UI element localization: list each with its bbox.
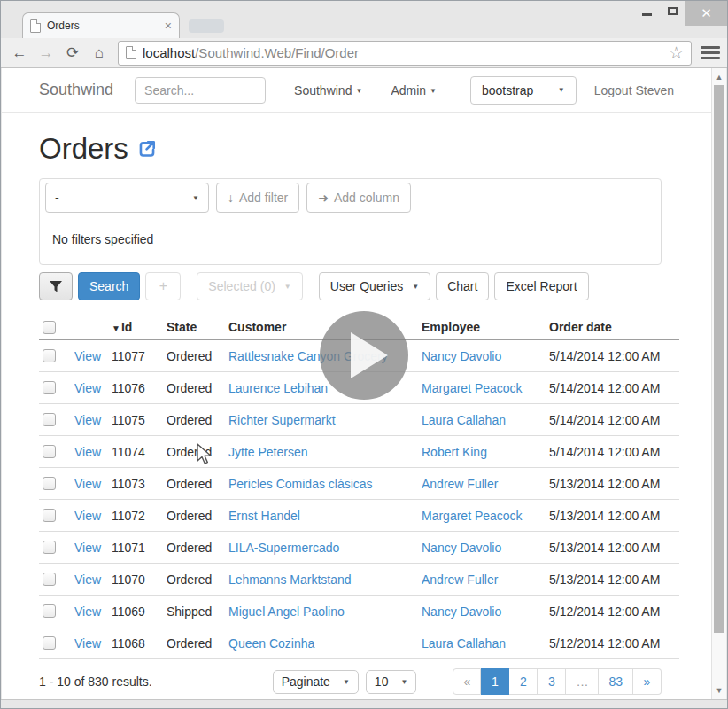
view-link[interactable]: View (74, 445, 101, 459)
view-link[interactable]: View (74, 477, 101, 491)
header-order-date[interactable]: Order date (546, 315, 679, 340)
user-queries-dropdown[interactable]: User Queries▼ (319, 272, 430, 300)
header-id[interactable]: ▼Id (108, 315, 163, 340)
chart-button[interactable]: Chart (436, 272, 489, 300)
customer-link[interactable]: Queen Cozinha (228, 636, 314, 651)
selected-dropdown[interactable]: Selected (0)▼ (197, 272, 302, 300)
customer-link[interactable]: Richter Supermarkt (228, 413, 336, 427)
add-column-button[interactable]: ➜ Add column (306, 183, 411, 213)
header-employee[interactable]: Employee (418, 315, 546, 340)
home-icon[interactable]: ⌂ (88, 42, 111, 65)
filter-toggle-button[interactable] (39, 272, 73, 300)
scrollbar-thumb[interactable] (714, 85, 724, 633)
employee-link[interactable]: Andrew Fuller (422, 573, 498, 587)
logout-link[interactable]: Logout Steven (594, 83, 674, 97)
new-tab-button[interactable] (189, 19, 224, 33)
cell-state: Ordered (163, 500, 225, 532)
page-size-select[interactable]: 10▼ (366, 670, 417, 694)
customer-link[interactable]: Pericles Comidas clásicas (228, 477, 373, 491)
address-bar[interactable]: localhost/Southwind.Web/Find/Order ☆ (118, 41, 692, 66)
chevron-down-icon: ▼ (558, 86, 565, 94)
customer-link[interactable]: Laurence Lebihan (228, 381, 328, 395)
row-checkbox[interactable] (43, 604, 56, 618)
paginate-mode-select[interactable]: Paginate▼ (273, 670, 359, 694)
page-1[interactable]: 1 (481, 668, 509, 695)
menu-southwind[interactable]: Southwind▼ (294, 83, 362, 97)
cell-order-date: 5/12/2014 12:00 AM (546, 596, 679, 627)
employee-link[interactable]: Robert King (422, 445, 487, 459)
view-link[interactable]: View (74, 604, 101, 619)
header-select-all[interactable] (39, 315, 71, 340)
employee-link[interactable]: Nancy Davolio (422, 604, 501, 619)
create-button[interactable]: + (145, 272, 181, 300)
reload-icon[interactable]: ⟳ (61, 42, 84, 65)
customer-link[interactable]: Lehmanns Marktstand (228, 573, 352, 587)
customer-link[interactable]: Ernst Handel (228, 509, 300, 523)
browser-toolbar: ← → ⟳ ⌂ localhost/Southwind.Web/Find/Ord… (1, 38, 727, 68)
view-link[interactable]: View (74, 541, 101, 555)
scroll-down-icon[interactable]: ▼ (712, 683, 726, 697)
row-checkbox[interactable] (43, 413, 56, 426)
employee-link[interactable]: Nancy Davolio (422, 349, 501, 363)
cell-order-date: 5/14/2014 12:00 AM (546, 340, 679, 372)
forward-icon[interactable]: → (35, 42, 58, 65)
employee-link[interactable]: Margaret Peacock (422, 381, 523, 395)
row-checkbox[interactable] (43, 381, 56, 394)
maximize-button[interactable] (660, 1, 685, 20)
cell-state: Ordered (163, 468, 225, 500)
play-button[interactable] (320, 311, 408, 400)
close-button[interactable]: ✕ (685, 1, 727, 26)
view-link[interactable]: View (74, 573, 101, 587)
theme-select[interactable]: bootstrap▼ (470, 76, 577, 105)
filter-field-select[interactable]: -▼ (45, 183, 209, 213)
main-container: Orders -▼ ↓ Add filter (2, 132, 711, 695)
row-checkbox[interactable] (43, 349, 56, 362)
arrow-right-icon: ➜ (318, 191, 329, 205)
search-button[interactable]: Search (78, 272, 140, 300)
employee-link[interactable]: Andrew Fuller (422, 477, 498, 491)
scroll-up-icon[interactable]: ▲ (712, 70, 726, 84)
view-link[interactable]: View (74, 636, 101, 651)
customer-link[interactable]: Miguel Angel Paolino (228, 604, 345, 619)
row-checkbox[interactable] (43, 636, 56, 650)
row-checkbox[interactable] (43, 573, 56, 586)
employee-link[interactable]: Nancy Davolio (422, 541, 501, 555)
employee-link[interactable]: Margaret Peacock (422, 509, 523, 523)
page-scrollbar[interactable]: ▲ ▼ (711, 68, 726, 699)
view-link[interactable]: View (74, 413, 101, 427)
view-link[interactable]: View (74, 381, 101, 395)
select-all-checkbox[interactable] (43, 321, 56, 334)
table-row: View 11073 Ordered Pericles Comidas clás… (39, 468, 679, 500)
customer-link[interactable]: Jytte Petersen (228, 445, 308, 459)
employee-link[interactable]: Laura Callahan (422, 636, 506, 651)
search-input[interactable] (135, 77, 266, 104)
row-checkbox[interactable] (43, 477, 56, 490)
page-2[interactable]: 2 (509, 668, 538, 695)
employee-link[interactable]: Laura Callahan (422, 413, 506, 427)
customer-link[interactable]: LILA-Supermercado (228, 541, 339, 555)
back-icon[interactable]: ← (8, 42, 31, 65)
filter-controls: -▼ ↓ Add filter ➜ Add column (45, 183, 655, 213)
page-next[interactable]: » (633, 668, 662, 695)
page-ellipsis: … (566, 668, 599, 695)
app-navbar: Southwind Southwind▼ Admin▼ bootstrap▼ L… (2, 68, 711, 113)
view-link[interactable]: View (74, 509, 101, 523)
row-checkbox[interactable] (43, 541, 56, 554)
menu-admin[interactable]: Admin▼ (391, 83, 437, 97)
view-link[interactable]: View (74, 349, 101, 363)
page-prev: « (453, 668, 481, 695)
open-in-new-window-icon[interactable] (137, 139, 157, 159)
browser-tab-orders[interactable]: Orders × (22, 12, 180, 38)
header-state[interactable]: State (163, 315, 225, 340)
brand-link[interactable]: Southwind (39, 81, 113, 99)
minimize-button[interactable] (634, 1, 660, 20)
page-3[interactable]: 3 (538, 668, 566, 695)
bookmark-star-icon[interactable]: ☆ (669, 43, 684, 63)
chrome-menu-icon[interactable] (701, 46, 720, 59)
excel-report-button[interactable]: Excel Report (494, 272, 588, 300)
row-checkbox[interactable] (43, 509, 56, 522)
page-83[interactable]: 83 (599, 668, 633, 695)
tab-close-icon[interactable]: × (165, 19, 172, 32)
row-checkbox[interactable] (43, 445, 56, 458)
add-filter-button[interactable]: ↓ Add filter (216, 183, 299, 213)
